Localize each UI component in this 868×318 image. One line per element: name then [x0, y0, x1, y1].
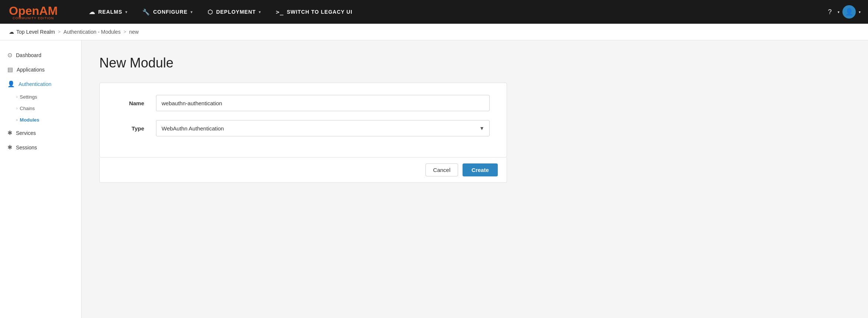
sidebar-applications-label: Applications	[17, 67, 45, 73]
sidebar-item-authentication[interactable]: 👤 Authentication	[0, 77, 81, 91]
nav-right: ? ▾ 👤 ▾	[825, 5, 868, 19]
breadcrumb-sep2: >	[123, 29, 126, 34]
help-button[interactable]: ?	[825, 7, 835, 17]
nav-configure-label: CONFIGURE	[153, 9, 188, 15]
sidebar-item-services[interactable]: ✱ Services	[0, 126, 81, 140]
breadcrumb-sep1: >	[58, 29, 60, 34]
sidebar-modules-label: Modules	[20, 117, 39, 123]
realms-icon: ☁	[89, 9, 95, 16]
main-layout: ⊙ Dashboard ▤ Applications 👤 Authenticat…	[0, 40, 868, 318]
realms-chevron: ▾	[125, 10, 127, 14]
form-row-type: Type WebAuthn Authentication DataStore L…	[115, 120, 492, 136]
nav-realms-label: REALMS	[98, 9, 122, 15]
breadcrumb-realm: ☁ Top Level Realm	[9, 29, 55, 35]
nav-realms[interactable]: ☁ REALMS ▾	[82, 0, 135, 24]
logo-sub: COMMUNITY EDITION	[9, 16, 58, 20]
action-bar: Cancel Create	[99, 158, 507, 183]
chains-chevron: ›	[16, 106, 17, 110]
applications-icon: ▤	[7, 66, 13, 73]
breadcrumb-link[interactable]: Authentication - Modules	[63, 29, 120, 35]
name-label: Name	[115, 100, 144, 106]
nav-deployment-label: DEPLOYMENT	[216, 9, 256, 15]
realm-icon: ☁	[9, 29, 14, 35]
help-chevron[interactable]: ▾	[838, 10, 839, 14]
nav-deployment[interactable]: ⬡ DEPLOYMENT ▾	[200, 0, 268, 24]
top-nav: OpenAM COMMUNITY EDITION ☁ REALMS ▾ 🔧 CO…	[0, 0, 868, 24]
form-card: Name Type WebAuthn Authentication DataSt…	[99, 83, 507, 158]
realm-label: Top Level Realm	[16, 29, 55, 35]
sidebar: ⊙ Dashboard ▤ Applications 👤 Authenticat…	[0, 40, 82, 318]
type-label: Type	[115, 125, 144, 132]
modules-chevron: ›	[16, 118, 17, 122]
sidebar-chains-label: Chains	[20, 106, 34, 111]
sidebar-sub-chains[interactable]: › Chains	[0, 103, 81, 114]
sidebar-sessions-label: Sessions	[16, 145, 37, 150]
sessions-icon: ✱	[7, 144, 12, 151]
cancel-button[interactable]: Cancel	[425, 163, 458, 176]
main-content: New Module Name Type WebAuthn Authentica…	[82, 40, 868, 318]
deployment-icon: ⬡	[208, 9, 213, 16]
sidebar-settings-label: Settings	[20, 94, 37, 100]
configure-chevron: ▾	[191, 10, 193, 14]
sidebar-sub-modules[interactable]: › Modules	[0, 114, 81, 126]
type-select-wrapper: WebAuthn Authentication DataStore LDAP O…	[156, 120, 490, 136]
sidebar-sub-settings[interactable]: › Settings	[0, 91, 81, 103]
name-input[interactable]	[156, 95, 490, 111]
page-title: New Module	[99, 55, 850, 71]
nav-legacy-label: SWITCH TO LEGACY UI	[287, 9, 352, 15]
logo-am: AM	[39, 4, 58, 17]
logo-text: OpenAM	[9, 4, 58, 18]
avatar-chevron[interactable]: ▾	[859, 10, 861, 14]
sidebar-item-applications[interactable]: ▤ Applications	[0, 62, 81, 77]
logo-open: Open	[9, 4, 39, 17]
sidebar-item-sessions[interactable]: ✱ Sessions	[0, 140, 81, 155]
avatar-icon: 👤	[845, 8, 853, 16]
logo-wrapper: OpenAM COMMUNITY EDITION	[9, 4, 58, 20]
sidebar-item-dashboard[interactable]: ⊙ Dashboard	[0, 48, 81, 62]
settings-chevron: ›	[16, 95, 17, 99]
breadcrumb-bar: ☁ Top Level Realm > Authentication - Mod…	[0, 24, 868, 40]
type-select[interactable]: WebAuthn Authentication DataStore LDAP O…	[156, 120, 490, 136]
sidebar-dashboard-label: Dashboard	[16, 52, 42, 58]
nav-items: ☁ REALMS ▾ 🔧 CONFIGURE ▾ ⬡ DEPLOYMENT ▾ …	[82, 0, 825, 24]
logo-area: OpenAM COMMUNITY EDITION	[0, 0, 82, 24]
configure-icon: 🔧	[142, 9, 150, 16]
deployment-chevron: ▾	[259, 10, 261, 14]
nav-configure[interactable]: 🔧 CONFIGURE ▾	[135, 0, 200, 24]
form-row-name: Name	[115, 95, 492, 111]
services-icon: ✱	[7, 129, 12, 136]
user-avatar[interactable]: 👤	[842, 5, 856, 19]
dashboard-icon: ⊙	[7, 52, 12, 59]
breadcrumb-current: new	[129, 29, 139, 35]
nav-legacy[interactable]: >_ SWITCH TO LEGACY UI	[268, 0, 360, 24]
sidebar-authentication-label: Authentication	[19, 81, 52, 87]
authentication-icon: 👤	[7, 80, 15, 87]
legacy-icon: >_	[276, 9, 284, 16]
create-button[interactable]: Create	[463, 163, 498, 176]
sidebar-services-label: Services	[16, 130, 36, 136]
